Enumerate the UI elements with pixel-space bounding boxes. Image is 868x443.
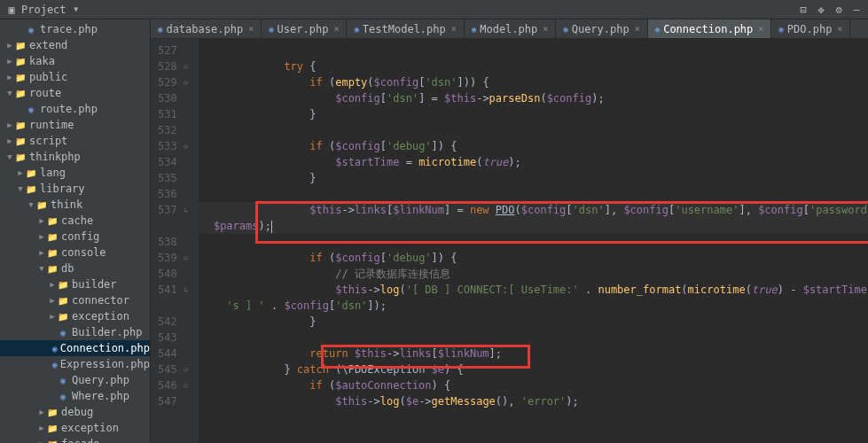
tab-Query-php[interactable]: ◉Query.php×	[556, 19, 647, 38]
chevron-right-icon[interactable]: ▶	[5, 136, 14, 145]
tree-item-Builder-php[interactable]: ◉Builder.php	[0, 324, 150, 340]
tree-item-kaka[interactable]: ▶📁kaka	[0, 53, 150, 69]
tab-Connection-php[interactable]: ◉Connection.php×	[648, 19, 772, 38]
chevron-right-icon[interactable]: ▶	[48, 296, 57, 305]
gutter-line: 529⊖	[158, 74, 190, 90]
tree-item-console[interactable]: ▶📁console	[0, 245, 150, 260]
gutter-line: 546⊖	[158, 377, 190, 393]
tree-item-connector[interactable]: ▶📁connector	[0, 292, 150, 308]
folder-icon: 📁	[14, 39, 27, 51]
tab-close-icon[interactable]: ×	[333, 24, 339, 34]
chevron-right-icon[interactable]: ▶	[37, 424, 46, 432]
gutter-line: 532	[158, 122, 190, 138]
tab-close-icon[interactable]: ×	[837, 24, 842, 34]
chevron-right-icon[interactable]: ▶	[5, 120, 14, 129]
tab-label: Model.php	[480, 23, 537, 35]
gutter-line: 536	[158, 186, 190, 202]
tree-item-facade[interactable]: ▶📁facade	[0, 436, 150, 443]
folder-icon: 📁	[46, 246, 59, 259]
line-number: 534	[158, 154, 177, 170]
tree-label: debug	[61, 406, 93, 418]
tree-item-Where-php[interactable]: ◉Where.php	[0, 388, 150, 404]
folder-icon: 📁	[46, 422, 59, 434]
php-file-icon: ◉	[57, 390, 69, 402]
tree-item-builder[interactable]: ▶📁builder	[0, 276, 150, 292]
fold-icon[interactable]: ⊖	[183, 377, 190, 393]
gear-icon[interactable]: ⚙	[833, 4, 845, 16]
tree-item-debug[interactable]: ▶📁debug	[0, 404, 150, 420]
tree-label: runtime	[29, 119, 74, 131]
chevron-right-icon[interactable]: ▶	[37, 408, 46, 416]
tree-item-trace-php[interactable]: ◉trace.php	[0, 21, 150, 37]
gutter-line: 533⊖	[158, 138, 190, 154]
chevron-down-icon[interactable]: ▼	[37, 264, 46, 273]
folder-icon: 📁	[25, 183, 37, 195]
tree-item-extend[interactable]: ▶📁extend	[0, 37, 150, 53]
chevron-down-icon[interactable]: ▼	[16, 184, 25, 193]
tree-item-db[interactable]: ▼📁db	[0, 260, 150, 276]
tree-item-Connection-php[interactable]: ◉Connection.php	[0, 340, 150, 356]
tab-close-icon[interactable]: ×	[635, 24, 640, 34]
fold-icon[interactable]: ⊖	[183, 250, 190, 266]
tree-item-lang[interactable]: ▶📁lang	[0, 165, 150, 181]
tree-item-think[interactable]: ▼📁think	[0, 197, 150, 213]
locate-icon[interactable]: ✥	[815, 4, 827, 16]
chevron-right-icon[interactable]: ▶	[5, 41, 14, 50]
fold-icon[interactable]: ↳	[183, 282, 190, 298]
tree-label: trace.php	[40, 23, 98, 35]
gutter-line: 544	[158, 346, 190, 361]
chevron-right-icon[interactable]: ▶	[16, 168, 25, 177]
gutter-line: 527	[158, 43, 190, 58]
tab-PDO-php[interactable]: ◉PDO.php×	[771, 19, 850, 38]
chevron-right-icon[interactable]: ▶	[37, 439, 46, 443]
code-content[interactable]: try { if (empty($config['dsn'])) { $conf…	[199, 39, 868, 443]
tree-item-cache[interactable]: ▶📁cache	[0, 213, 150, 229]
chevron-right-icon[interactable]: ▶	[37, 216, 46, 225]
project-tree[interactable]: ◉trace.php▶📁extend▶📁kaka▶📁public▼📁route◉…	[0, 19, 151, 443]
chevron-right-icon[interactable]: ▶	[37, 232, 46, 241]
tree-item-runtime[interactable]: ▶📁runtime	[0, 117, 150, 133]
tree-item-library[interactable]: ▼📁library	[0, 181, 150, 197]
tab-TestModel-php[interactable]: ◉TestModel.php×	[347, 19, 464, 38]
tab-close-icon[interactable]: ×	[543, 24, 548, 34]
chevron-right-icon[interactable]: ▶	[37, 248, 46, 257]
tree-label: script	[29, 135, 67, 147]
project-icon: ▣	[5, 4, 18, 16]
tree-item-exception[interactable]: ▶📁exception	[0, 420, 150, 436]
tree-item-script[interactable]: ▶📁script	[0, 133, 150, 149]
tab-User-php[interactable]: ◉User.php×	[262, 19, 347, 38]
chevron-right-icon[interactable]: ▶	[5, 73, 14, 82]
tree-item-config[interactable]: ▶📁config	[0, 229, 150, 245]
tab-database-php[interactable]: ◉database.php×	[151, 19, 262, 38]
tab-close-icon[interactable]: ×	[451, 24, 457, 34]
tree-item-Query-php[interactable]: ◉Query.php	[0, 372, 150, 388]
line-number: 537	[158, 202, 177, 218]
chevron-right-icon[interactable]: ▶	[5, 57, 14, 66]
chevron-down-icon[interactable]: ▼	[5, 152, 14, 161]
code-editor[interactable]: 527528⊖529⊖530531532533⊖534535536537↳538…	[151, 39, 868, 443]
chevron-right-icon[interactable]: ▶	[48, 312, 57, 321]
tab-label: PDO.php	[787, 23, 833, 35]
fold-icon[interactable]: ⊖	[183, 58, 190, 74]
tab-close-icon[interactable]: ×	[758, 24, 763, 34]
tree-item-Expression-php[interactable]: ◉Expression.php	[0, 356, 150, 372]
fold-icon[interactable]: ⊖	[183, 74, 190, 90]
chevron-down-icon[interactable]: ▼	[27, 200, 35, 209]
folder-icon: 📁	[46, 214, 59, 227]
fold-icon[interactable]: ⊖	[183, 361, 190, 377]
tree-item-route-php[interactable]: ◉route.php	[0, 101, 150, 117]
tab-close-icon[interactable]: ×	[248, 24, 254, 34]
tree-label: route.php	[40, 103, 98, 115]
tab-Model-php[interactable]: ◉Model.php×	[465, 19, 556, 38]
chevron-down-icon[interactable]: ▼	[5, 89, 14, 97]
tree-item-public[interactable]: ▶📁public	[0, 69, 150, 85]
chevron-right-icon[interactable]: ▶	[48, 280, 57, 289]
hide-icon[interactable]: —	[850, 4, 863, 16]
fold-icon[interactable]: ⊖	[183, 138, 190, 154]
dropdown-icon[interactable]: ▼	[70, 4, 82, 16]
tree-item-route[interactable]: ▼📁route	[0, 85, 150, 101]
collapse-icon[interactable]: ⊟	[797, 4, 809, 16]
tree-item-exception[interactable]: ▶📁exception	[0, 308, 150, 324]
tree-item-thinkphp[interactable]: ▼📁thinkphp	[0, 149, 150, 165]
fold-icon[interactable]: ↳	[183, 202, 190, 218]
